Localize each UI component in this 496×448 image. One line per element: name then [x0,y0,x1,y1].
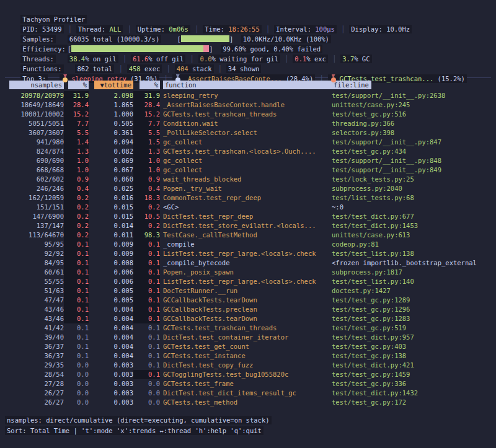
direct-percent-cell: 31.9 [64,91,89,100]
direct-percent-cell: 1.0 [64,165,89,175]
table-row[interactable]: 29/350.00.0030.1DictTest.test_copy_fuzzt… [5,361,496,370]
table-row[interactable]: 602/6020.90.0600.9wait_threads_blockedte… [5,175,496,184]
cumulative-percent-cell: 0.1 [133,305,160,314]
table-row[interactable]: 92/920.10.0090.1ListTest.test_repr_large… [5,249,496,258]
table-row[interactable]: 60/610.10.0060.1Popen._posix_spawnsubpro… [5,268,496,277]
table-row[interactable]: 36/370.10.0040.1GCTests.test_get_countte… [5,342,496,351]
function-cell: ListTest.test_repr_large.<locals>.check [160,277,332,286]
table-row[interactable]: 3607/36075.50.3615.5_PollLikeSelector.se… [5,128,496,138]
nsamples-cell: 3607/3607 [5,128,64,138]
direct-percent-cell: 1.0 [64,156,89,165]
nsamples-cell: 26/27 [5,398,64,407]
function-cell: <GC> [160,203,332,212]
table-row[interactable]: 43/460.10.0040.1GCCallbackTests.preclean… [5,305,496,314]
table-row[interactable]: 18649/1864928.41.86528.4_AssertRaisesBas… [5,100,496,110]
column-header-function[interactable]: function [160,81,332,90]
cumulative-percent-cell: 0.1 [133,268,160,277]
table-row[interactable]: 824/8741.30.0821.3GCTests.test_trashcan.… [5,147,496,156]
stat-suffix: % GC [354,55,370,63]
table-row[interactable]: 147/69000.20.01510.5DictTest.test_repr_d… [5,212,496,221]
table-row[interactable]: 246/2460.40.0250.4Popen._try_waitsubproc… [5,184,496,193]
tottime-cell: 0.069 [89,156,133,165]
table-row[interactable]: 55/550.10.0060.1ListTest.test_repr_large… [5,277,496,286]
direct-percent-cell: 0.1 [64,240,89,249]
nsamples-cell: 84/95 [5,258,64,268]
file-line-cell: test/test_list.py:140 [332,277,496,286]
file-line-cell: <frozen importlib._bootstrap_external [332,258,496,268]
table-row[interactable]: 84/950.10.0080.1_compile_bytecode<frozen… [5,258,496,268]
function-cell: CommonTest.test_repr_deep [160,193,332,203]
direct-percent-cell: 0.2 [64,203,89,212]
separator: │ [166,65,170,72]
cumulative-percent-cell: 15.2 [133,110,160,119]
direct-percent-cell: 15.2 [64,110,89,119]
stat-suffix: % exc [306,55,326,63]
efficiency-failed-segment [203,45,209,52]
separator: │ [332,55,336,63]
table-row[interactable]: 941/9801.40.0941.5gc_collecttest/support… [5,138,496,147]
table-row[interactable]: 39/400.10.0040.1DictTest.test_container_… [5,333,496,342]
table-header-row: nsamples%▼tottime%functionfile:line [5,81,496,90]
table-row[interactable]: 26/270.00.0030.0GCTests.test_methodtest/… [5,398,496,407]
direct-percent-cell: 7.7 [64,119,89,128]
column-header-tottime-sorted[interactable]: ▼tottime [89,81,133,90]
table-row[interactable]: 151/1510.20.0150.2<GC>~:0 [5,203,496,212]
tottime-cell: 0.004 [89,333,133,342]
threads-segments: 38.4% on gil│61.6% off gil│0.0% waiting … [68,55,372,63]
table-row[interactable]: 162/120590.20.01618.3CommonTest.test_rep… [5,193,496,203]
file-line-cell: test/test_gc.py:1283 [332,314,496,323]
function-cell: DocTestRunner.__run [160,286,332,296]
file-line-cell: doctest.py:1427 [332,286,496,296]
table-row[interactable]: 95/950.10.0090.1_compilecodeop.py:81 [5,240,496,249]
stat-value: 0.0 [200,55,212,63]
stat-value: 404 [177,65,188,72]
file-line-cell: threading.py:366 [332,119,496,128]
cumulative-percent-cell: 0.1 [133,286,160,296]
table-row[interactable]: 51/630.10.0050.1DocTestRunner.__rundocte… [5,286,496,296]
table-row[interactable]: 43/460.10.0040.1GCCallbackTests.tearDown… [5,314,496,323]
column-header-cumulative-percent[interactable]: % [133,81,160,90]
tottime-cell: 0.004 [89,305,133,314]
cumulative-percent-cell: 1.3 [133,147,160,156]
tottime-cell: 0.003 [89,370,133,379]
stat-value: 61.6 [133,55,148,63]
table-row[interactable]: 28/540.00.0030.1GCTogglingTests.test_bug… [5,370,496,379]
table-row[interactable]: 26/270.00.0030.0DictTest.test_dict_items… [5,389,496,398]
table-row[interactable]: 27/280.00.0030.0GCTests.test_frametest/t… [5,379,496,389]
function-cell: GCTogglingTests.test_bug1055820c [160,370,332,379]
table-row[interactable]: 113/646700.20.01198.3TestCase._callTestM… [5,231,496,240]
uptime-value: 0m06s [169,25,188,33]
stat-segment: 0.1% exc [293,55,328,63]
status-pid: PID: 53499 [20,25,63,33]
separator: │ [127,25,131,33]
function-cell: GCCallbackTests.tearDown [160,314,332,323]
table-row[interactable]: 137/1470.20.0140.2DictTest.test_store_ev… [5,221,496,231]
status-thread[interactable]: Thread: ALL [76,25,123,33]
stat-segment: 458 exec [127,64,162,73]
tottime-cell: 0.005 [89,286,133,296]
tottime-cell: 0.006 [89,268,133,277]
stat-segment: 862 total [75,64,114,73]
cumulative-percent-cell: 31.9 [133,91,160,100]
function-cell: DictTest.test_store_evilattr.<locals... [160,221,332,231]
table-row[interactable]: 20978/2097931.92.09831.9sleeping_retryte… [5,91,496,100]
table-row[interactable]: 5051/50517.70.5057.7Condition.waitthread… [5,119,496,128]
efficiency-summary: 99.60% good, 0.40% failed [221,45,322,53]
table-row[interactable]: 10001/1000215.21.00015.2GCTests.test_tra… [5,110,496,119]
cumulative-percent-cell: 0.1 [133,361,160,370]
table-row[interactable]: 47/470.10.0050.1GCCallbackTests.tearDown… [5,296,496,305]
cumulative-percent-cell: 28.4 [133,100,160,110]
tottime-cell: 0.004 [89,314,133,323]
file-line-cell: test/test_gc.py:336 [332,379,496,389]
tottime-cell: 0.015 [89,212,133,221]
file-line-cell: test/test_dict.py:957 [332,333,496,342]
table-row[interactable]: 690/6901.00.0691.0gc_collecttest/support… [5,156,496,165]
table-row[interactable]: 36/370.10.0040.1GCTests.test_instancetes… [5,351,496,361]
column-header-file-line[interactable]: file:line [332,81,496,90]
tottime-cell: 0.082 [89,147,133,156]
table-row[interactable]: 668/6681.00.0671.0gc_collecttest/support… [5,165,496,175]
file-line-cell: unittest/case.py:245 [332,100,496,110]
column-header-nsamples[interactable]: nsamples [5,81,64,90]
function-cell: gc_collect [160,138,332,147]
table-row[interactable]: 41/420.10.0040.1GCTests.test_trashcan_th… [5,323,496,333]
